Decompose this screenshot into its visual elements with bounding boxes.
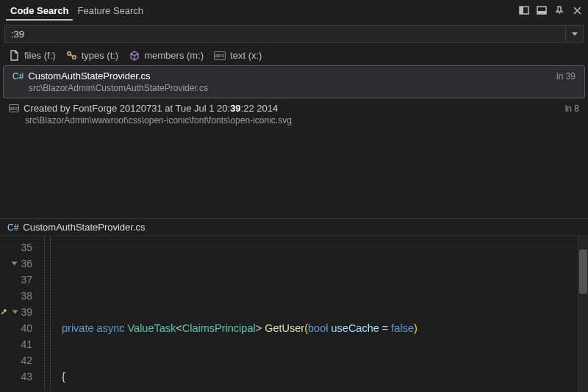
types-icon (66, 50, 77, 61)
csharp-icon: C# (12, 71, 24, 81)
code-preview: 35 36 37 38 39 40 41 42 43 private async… (0, 236, 588, 392)
svg-point-5 (72, 56, 75, 59)
gutter: 35 36 37 38 39 40 41 42 43 (0, 236, 41, 392)
filter-members[interactable]: members (m:) (129, 50, 204, 61)
svg-rect-3 (537, 11, 546, 14)
filter-text-label: text (x:) (230, 50, 262, 61)
fold-chevron-icon[interactable] (10, 261, 18, 266)
svg-rect-1 (520, 7, 523, 14)
pin-icon[interactable] (554, 5, 564, 15)
filter-files[interactable]: files (f:) (9, 50, 56, 61)
filter-bar: files (f:) types (t:) members (m:) abc t… (0, 46, 588, 65)
abc-icon: abc (9, 104, 19, 112)
preview-header: C# CustomAuthStateProvider.cs (0, 218, 588, 236)
result-item[interactable]: C# CustomAuthStateProvider.cs ln 39 src\… (3, 65, 585, 98)
filter-text[interactable]: abc text (x:) (214, 50, 262, 61)
tab-feature-search[interactable]: Feature Search (73, 1, 148, 21)
svg-point-4 (67, 52, 70, 55)
tab-code-search[interactable]: Code Search (6, 1, 73, 21)
code-lines[interactable]: private async ValueTask<ClaimsPrincipal>… (59, 236, 588, 392)
brush-icon (0, 308, 7, 316)
members-icon (129, 50, 140, 61)
close-icon[interactable] (572, 5, 582, 15)
result-path: src\BlazorAdmin\wwwroot\css\open-iconic\… (9, 114, 579, 126)
search-input[interactable] (5, 29, 565, 40)
file-icon (9, 50, 20, 61)
minimap-scrollbar[interactable] (578, 236, 588, 392)
search-row (4, 25, 584, 43)
preview-filename: CustomAuthStateProvider.cs (23, 222, 145, 233)
search-history-dropdown[interactable] (565, 26, 583, 42)
dock-left-icon[interactable] (519, 5, 529, 15)
csharp-icon: C# (7, 222, 18, 233)
result-item[interactable]: abc Created by FontForge 20120731 at Tue… (0, 98, 588, 130)
title-bar: Code Search Feature Search (0, 0, 588, 21)
filter-members-label: members (m:) (144, 50, 204, 61)
filter-types[interactable]: types (t:) (66, 50, 119, 61)
filter-types-label: types (t:) (82, 50, 119, 61)
result-line: ln 8 (565, 104, 579, 114)
result-path: src\BlazorAdmin\CustomAuthStateProvider.… (12, 81, 576, 93)
window-buttons (519, 5, 582, 15)
text-icon: abc (214, 51, 226, 60)
dock-bottom-icon[interactable] (537, 5, 547, 15)
filter-files-label: files (f:) (24, 50, 56, 61)
result-name: CustomAuthStateProvider.cs (28, 70, 150, 81)
result-line: ln 39 (556, 71, 576, 81)
indent-guides (41, 236, 59, 392)
fold-chevron-icon[interactable] (12, 309, 18, 315)
result-name: Created by FontForge 20120731 at Tue Jul… (24, 103, 278, 114)
result-list: C# CustomAuthStateProvider.cs ln 39 src\… (0, 65, 588, 130)
